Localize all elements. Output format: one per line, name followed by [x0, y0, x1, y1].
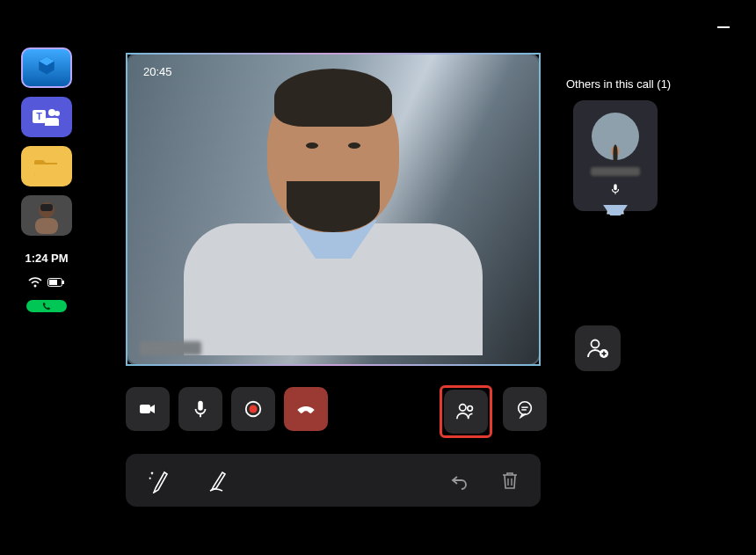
- svg-rect-6: [40, 204, 53, 211]
- chat-icon: [515, 399, 534, 419]
- delete-button[interactable]: [500, 470, 520, 491]
- pen-tool-button[interactable]: [147, 467, 171, 493]
- hangup-button[interactable]: [284, 387, 328, 431]
- svg-point-3: [55, 111, 60, 116]
- camera-toggle-button[interactable]: [126, 387, 170, 431]
- sidebar-item-files[interactable]: [21, 146, 72, 186]
- dynamics-icon: [33, 55, 60, 81]
- svg-rect-18: [198, 401, 203, 411]
- main-video-tile[interactable]: 20:45: [126, 53, 541, 366]
- svg-point-23: [468, 406, 473, 412]
- call-controls: [126, 387, 328, 431]
- sidebar-item-profile[interactable]: [21, 195, 72, 236]
- ink-tool-button[interactable]: [207, 467, 231, 493]
- mic-toggle-button[interactable]: [178, 387, 222, 431]
- teams-icon: T: [33, 107, 61, 127]
- record-icon: [244, 399, 263, 419]
- undo-button[interactable]: [449, 470, 470, 491]
- person-add-icon: [585, 336, 610, 361]
- chat-button[interactable]: [503, 387, 547, 431]
- main-participant-name: [140, 341, 201, 355]
- people-icon: [454, 400, 477, 423]
- minimize-button[interactable]: [717, 26, 730, 28]
- call-timer: 20:45: [143, 65, 172, 78]
- battery-icon: [47, 277, 65, 288]
- participant-card[interactable]: [573, 100, 658, 211]
- others-panel-label: Others in this call (1): [566, 77, 671, 91]
- avatar-icon: [21, 195, 72, 236]
- svg-rect-5: [35, 218, 58, 234]
- svg-point-2: [48, 109, 55, 116]
- svg-text:T: T: [36, 111, 42, 121]
- svg-rect-10: [49, 280, 57, 285]
- phone-icon: [42, 302, 51, 310]
- ink-icon: [207, 467, 231, 493]
- sidebar-item-dynamics[interactable]: [21, 47, 72, 88]
- mic-icon: [191, 399, 210, 419]
- main-participant-portrait: [184, 74, 483, 364]
- svg-point-21: [249, 405, 257, 413]
- hangup-icon: [294, 398, 317, 420]
- sidebar-item-teams[interactable]: T: [21, 97, 72, 137]
- svg-rect-9: [62, 281, 64, 284]
- svg-point-7: [34, 285, 37, 288]
- active-call-indicator[interactable]: [26, 300, 67, 312]
- participant-avatar: [592, 113, 639, 160]
- svg-rect-17: [140, 405, 150, 413]
- trash-icon: [500, 470, 520, 491]
- call-controls-right: [440, 385, 547, 438]
- people-button-highlight: [440, 385, 492, 438]
- camera-icon: [137, 398, 158, 420]
- participant-name: [591, 167, 640, 176]
- svg-point-24: [519, 402, 532, 415]
- add-participant-button[interactable]: [575, 325, 621, 371]
- people-button[interactable]: [444, 390, 488, 434]
- clock-label: 1:24 PM: [25, 252, 68, 265]
- left-sidebar: T 1:24 PM: [19, 47, 74, 312]
- record-button[interactable]: [231, 387, 275, 431]
- bottom-toolbar: [126, 454, 541, 507]
- undo-icon: [449, 470, 470, 491]
- svg-point-22: [460, 405, 466, 411]
- status-row: [28, 277, 65, 288]
- wifi-icon: [28, 277, 42, 288]
- folder-icon: [34, 157, 59, 176]
- svg-point-13: [592, 340, 600, 348]
- pen-sparkle-icon: [147, 467, 171, 493]
